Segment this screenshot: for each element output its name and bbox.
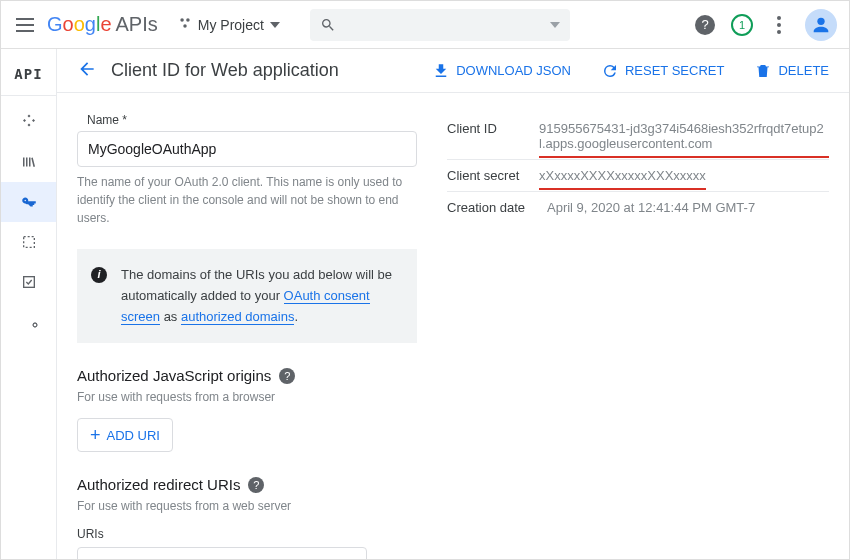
- info-box: i The domains of the URIs you add below …: [77, 249, 417, 343]
- sidebar-item-library[interactable]: [1, 142, 56, 182]
- search-input[interactable]: [310, 9, 570, 41]
- project-picker[interactable]: My Project: [178, 16, 280, 33]
- redirect-uri-input[interactable]: [77, 547, 367, 559]
- highlight-underline: [539, 188, 706, 190]
- apis-text: APIs: [116, 13, 158, 36]
- sidebar-item-settings[interactable]: [1, 302, 56, 342]
- project-icon: [178, 16, 192, 33]
- client-secret-value: xXxxxxXXXXxxxxxXXXxxxxx: [539, 168, 706, 183]
- sidebar-item-dashboard[interactable]: [1, 102, 56, 142]
- title-bar: Client ID for Web application DOWNLOAD J…: [57, 49, 849, 93]
- client-secret-row: Client secret xXxxxxXXXXxxxxxXXXxxxxx: [447, 160, 829, 192]
- help-tooltip-icon[interactable]: ?: [248, 477, 264, 493]
- search-icon: [320, 17, 336, 33]
- trash-icon: [754, 62, 772, 80]
- page-title: Client ID for Web application: [111, 60, 339, 81]
- details-column: Client ID 915955675431-jd3g374i5468iesh3…: [447, 113, 829, 559]
- name-input[interactable]: [77, 131, 417, 167]
- name-help-text: The name of your OAuth 2.0 client. This …: [77, 173, 417, 227]
- authorized-domains-link[interactable]: authorized domains: [181, 309, 294, 325]
- svg-point-6: [33, 323, 37, 327]
- svg-point-1: [186, 18, 190, 22]
- google-apis-logo[interactable]: Google APIs: [47, 13, 158, 36]
- highlight-underline: [539, 156, 829, 158]
- redirect-uris-sub: For use with requests from a web server: [77, 499, 417, 513]
- sidebar-item-credentials[interactable]: [1, 182, 56, 222]
- main-content: Client ID for Web application DOWNLOAD J…: [57, 49, 849, 559]
- creation-date-value: April 9, 2020 at 12:41:44 PM GMT-7: [547, 200, 755, 215]
- plus-icon: +: [90, 426, 101, 444]
- chevron-down-icon: [270, 22, 280, 28]
- project-name: My Project: [198, 17, 264, 33]
- search-dropdown-icon: [550, 22, 560, 28]
- delete-button[interactable]: DELETE: [754, 62, 829, 80]
- svg-point-3: [817, 17, 824, 24]
- help-tooltip-icon[interactable]: ?: [279, 368, 295, 384]
- download-json-button[interactable]: DOWNLOAD JSON: [432, 62, 571, 80]
- help-icon[interactable]: ?: [695, 15, 715, 35]
- svg-rect-5: [23, 277, 34, 288]
- uris-label: URIs: [77, 527, 417, 541]
- info-icon: i: [91, 267, 107, 283]
- creation-date-row: Creation date April 9, 2020 at 12:41:44 …: [447, 192, 829, 223]
- redirect-uris-heading: Authorized redirect URIs ?: [77, 476, 417, 493]
- download-icon: [432, 62, 450, 80]
- notifications-badge[interactable]: 1: [731, 14, 753, 36]
- form-column: Name * The name of your OAuth 2.0 client…: [77, 113, 417, 559]
- add-uri-button[interactable]: + ADD URI: [77, 418, 173, 452]
- js-origins-sub: For use with requests from a browser: [77, 390, 417, 404]
- svg-point-2: [183, 24, 187, 28]
- back-arrow-icon[interactable]: [77, 59, 97, 82]
- overflow-menu-icon[interactable]: [769, 16, 789, 34]
- sidebar: API: [1, 49, 57, 559]
- svg-rect-4: [23, 237, 34, 248]
- sidebar-api-label[interactable]: API: [14, 53, 42, 95]
- client-id-row: Client ID 915955675431-jd3g374i5468iesh3…: [447, 113, 829, 160]
- account-avatar[interactable]: [805, 9, 837, 41]
- client-id-value: 915955675431-jd3g374i5468iesh352rfrqdt7e…: [539, 121, 829, 151]
- sidebar-item-oauth-consent[interactable]: [1, 222, 56, 262]
- js-origins-heading: Authorized JavaScript origins ?: [77, 367, 417, 384]
- refresh-icon: [601, 62, 619, 80]
- svg-point-0: [180, 18, 184, 22]
- sidebar-item-domain-verification[interactable]: [1, 262, 56, 302]
- app-header: Google APIs My Project ? 1: [1, 1, 849, 49]
- name-label: Name *: [77, 113, 417, 127]
- menu-icon[interactable]: [13, 13, 37, 37]
- reset-secret-button[interactable]: RESET SECRET: [601, 62, 724, 80]
